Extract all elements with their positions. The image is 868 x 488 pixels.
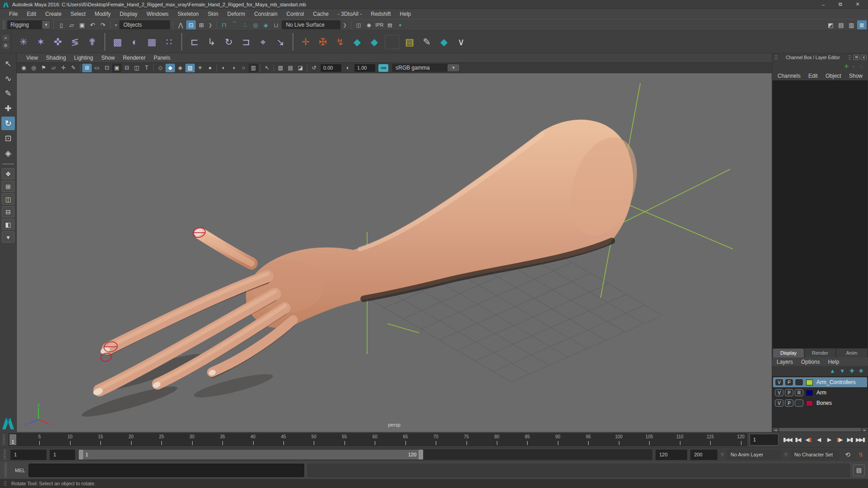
empty-shelf-slot[interactable] [385, 35, 399, 49]
mirror-joint-icon[interactable]: ≶ [67, 33, 83, 51]
play-backwards-button[interactable]: ◀ [814, 434, 823, 446]
layout-dropdown-button[interactable]: ▾ [2, 231, 14, 243]
anti-aliasing-icon[interactable]: ○ [239, 64, 248, 72]
isolate-select-icon[interactable]: ↖ [262, 64, 272, 72]
redo-icon[interactable]: ↷ [98, 20, 108, 29]
scale-tool[interactable]: ⊡ [1, 131, 15, 145]
layer-color-swatch[interactable] [806, 400, 813, 406]
interactive-bind-icon[interactable]: ◐ [127, 33, 143, 51]
layer-editor-menu-item[interactable]: Help [828, 359, 839, 365]
select-component-icon[interactable]: ⊞ [197, 20, 206, 29]
plugin-a-icon[interactable]: ◆ [349, 33, 365, 51]
layer-playback-toggle[interactable]: P [785, 399, 793, 407]
go-to-end-button[interactable]: ▶▶▮ [855, 434, 865, 446]
move-tool[interactable]: ✚ [1, 102, 15, 115]
menu-item[interactable]: Windows [142, 10, 173, 18]
motion-capture-icon[interactable]: ↯ [332, 33, 348, 51]
menu-item[interactable]: Skeleton [173, 10, 203, 18]
menuset-selector[interactable]: Rigging ▼ [7, 20, 51, 29]
grid-icon[interactable]: ⊞ [82, 64, 92, 72]
contrast-icon[interactable]: ◐ [343, 64, 353, 72]
channel-box-icon[interactable]: ≣ [857, 20, 867, 29]
drag-handle[interactable] [2, 434, 5, 445]
maximize-icon[interactable]: ⧉ [833, 1, 848, 8]
live-surface-field[interactable]: No Live Surface [282, 20, 340, 29]
menu-item[interactable]: Control [282, 10, 309, 18]
character-set-selector[interactable]: No Character Set [791, 450, 840, 460]
menu-item[interactable]: Redshift [366, 10, 395, 18]
last-used-tool[interactable]: ◈ [1, 146, 15, 160]
script-editor-icon[interactable]: ▤ [853, 465, 865, 476]
layer-horizontal-scrollbar[interactable]: ◀ ▶ [772, 427, 868, 432]
select-tool[interactable]: ↖ [1, 57, 15, 70]
close-panel-icon[interactable]: ✕ [861, 55, 867, 60]
snap-to-curve-icon[interactable]: ⌒ [230, 20, 239, 29]
layer-editor-menu-item[interactable]: Layers [777, 359, 793, 365]
shelf-menu-icon[interactable]: ⚙ [2, 42, 9, 49]
undo-icon[interactable]: ↶ [88, 20, 97, 29]
attribute-editor-icon[interactable]: ▤ [836, 20, 846, 29]
menu-item[interactable]: Edit [22, 10, 41, 18]
rotate-tool[interactable]: ↻ [1, 117, 15, 130]
textured-icon[interactable]: ▨ [185, 64, 195, 72]
delete-layers-icon[interactable]: ▤ [401, 33, 418, 51]
gate-mask-icon[interactable]: ▣ [112, 64, 122, 72]
playback-end-field[interactable]: 120 [656, 450, 687, 460]
plugin-c-icon[interactable]: ◆ [436, 33, 452, 51]
command-language-button[interactable]: MEL [11, 468, 25, 473]
range-end-handle[interactable] [419, 450, 423, 460]
orient-constraint-icon[interactable]: ↻ [221, 33, 237, 51]
snap-to-point-icon[interactable]: ∴ [240, 20, 250, 29]
hand-model[interactable] [92, 120, 649, 397]
command-input[interactable] [28, 464, 304, 477]
panel-menu-item[interactable]: Show [97, 54, 119, 61]
menu-item[interactable]: File [5, 10, 22, 18]
snap-to-view-plane-icon[interactable]: ⊔ [271, 20, 281, 29]
playback-range-bar[interactable]: 1 120 [79, 450, 423, 460]
move-layer-up-icon[interactable]: ▲ [830, 368, 835, 374]
channel-box-menu-item[interactable]: Edit [808, 73, 818, 79]
layer-color-swatch[interactable] [806, 380, 813, 385]
menu-item[interactable]: Modify [90, 10, 115, 18]
layer-row[interactable]: V P R Arm [773, 388, 867, 398]
xray-joints-icon[interactable]: ▤ [286, 64, 295, 72]
exposure-field[interactable]: 0.00 [321, 64, 341, 72]
scroll-right-icon[interactable]: ▶ [862, 428, 868, 432]
shadows-icon[interactable]: ● [205, 64, 215, 72]
layer-editor-tab[interactable]: Render [805, 349, 835, 357]
film-gate-icon[interactable]: ▭ [92, 64, 102, 72]
lights-icon[interactable]: ☀ [195, 64, 205, 72]
anim-layer-selector[interactable]: No Anim Layer [727, 450, 781, 460]
menu-item[interactable]: Help [395, 10, 415, 18]
go-to-start-button[interactable]: ▮◀◀ [783, 434, 792, 446]
layout-single-pane-button[interactable]: ❖ [2, 168, 14, 179]
select-camera-icon[interactable]: ◉ [19, 64, 28, 72]
pan-zoom-icon[interactable]: ✛ [59, 64, 68, 72]
range-start-handle[interactable] [79, 450, 83, 460]
animation-end-field[interactable]: 200 [690, 450, 717, 460]
open-scene-icon[interactable]: ▱ [67, 20, 76, 29]
layer-editor-tab[interactable]: Display [773, 349, 804, 357]
exposure-icon[interactable]: ↺ [309, 64, 319, 72]
layer-visibility-toggle[interactable]: V [775, 379, 783, 386]
minimize-icon[interactable]: – [816, 1, 831, 8]
layer-display-mode-toggle[interactable] [795, 379, 803, 386]
key-state-icon[interactable]: ◇ [859, 63, 863, 70]
image-plane-icon[interactable]: ▱ [49, 64, 58, 72]
play-forwards-button[interactable]: ▶ [824, 434, 834, 446]
layer-visibility-toggle[interactable]: V [775, 389, 783, 396]
step-back-key-button[interactable]: ◀▮ [803, 434, 813, 446]
panel-menu-item[interactable]: Panels [150, 54, 175, 61]
pole-vector-icon[interactable]: ↘ [272, 33, 288, 51]
select-object-icon[interactable]: ⊡ [186, 20, 196, 29]
menu-item[interactable]: Constrain [250, 10, 282, 18]
step-forward-key-button[interactable]: ▮▶ [835, 434, 844, 446]
new-empty-layer-icon[interactable]: ✚ [849, 368, 854, 374]
layout-pane-graph-button[interactable]: ⊟ [2, 206, 14, 217]
menu-item[interactable]: Skin [203, 10, 223, 18]
xray-icon[interactable]: ▧ [276, 64, 285, 72]
layer-color-swatch[interactable] [806, 390, 813, 396]
menu-item[interactable]: - 3DtoAll - [333, 10, 366, 18]
select-hierarchy-icon[interactable]: ⋀ [176, 20, 185, 29]
wireframe-icon[interactable]: ◇ [156, 64, 165, 72]
